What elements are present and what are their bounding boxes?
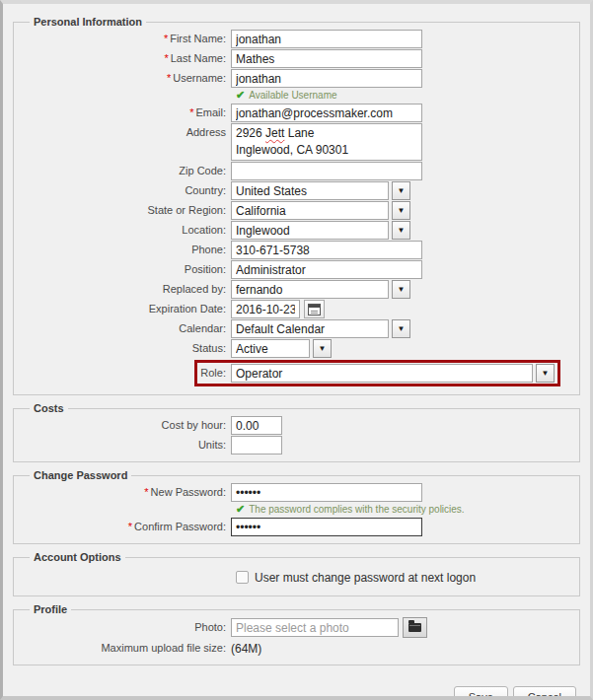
field-row-status: Status: ▼ — [22, 339, 571, 358]
photo-label: Photo: — [22, 618, 231, 637]
units-input[interactable] — [231, 436, 282, 455]
username-availability-hint: ✔ Available Username — [236, 89, 571, 102]
email-input[interactable] — [231, 104, 422, 122]
section-profile: Profile Photo: Maximum upload file size:… — [13, 603, 580, 665]
replaced-by-label: Replaced by: — [22, 280, 231, 299]
section-account-options: Account Options User must change passwor… — [13, 551, 580, 596]
cancel-button[interactable]: Cancel — [513, 686, 576, 700]
address-textarea[interactable]: 2926 Jett LaneInglewood, CA 90301 — [231, 123, 422, 161]
browse-photo-button[interactable] — [403, 617, 427, 638]
role-combobox: ▼ — [231, 364, 555, 383]
max-upload-label: Maximum upload file size: — [22, 639, 231, 658]
first-name-input[interactable] — [231, 30, 422, 48]
section-title: Change Password — [30, 469, 131, 481]
section-personal-information: Personal Information *First Name: *Last … — [13, 16, 580, 395]
field-row-replaced-by: Replaced by: ▼ — [22, 280, 571, 299]
location-combobox: ▼ — [231, 221, 410, 240]
zip-label: Zip Code: — [22, 162, 231, 180]
expiration-date-label: Expiration Date: — [22, 300, 231, 318]
field-row-phone: Phone: — [22, 241, 571, 259]
cost-by-hour-input[interactable] — [231, 416, 282, 435]
confirm-password-label: *Confirm Password: — [22, 518, 231, 536]
role-highlight-box: Role: ▼ — [194, 360, 560, 386]
replaced-by-combobox: ▼ — [231, 280, 410, 299]
photo-input[interactable] — [231, 618, 399, 637]
field-row-units: Units: — [22, 436, 571, 455]
section-costs: Costs Cost by hour: Units: — [13, 402, 580, 462]
action-button-bar: Save Cancel — [13, 686, 576, 700]
state-input[interactable] — [231, 201, 389, 220]
change-password-checkbox[interactable] — [236, 571, 249, 584]
country-input[interactable] — [231, 181, 389, 200]
role-label: Role: — [197, 364, 231, 383]
field-row-location: Location: ▼ — [22, 221, 571, 240]
change-password-checkbox-label: User must change password at next logon — [255, 571, 476, 585]
position-label: Position: — [22, 260, 231, 279]
position-input[interactable] — [231, 260, 422, 279]
field-row-email: *Email: — [22, 104, 571, 122]
location-label: Location: — [22, 221, 231, 240]
last-name-label: *Last Name: — [22, 49, 231, 68]
password-policy-hint: ✔ The password complies with the securit… — [236, 503, 571, 516]
email-label: *Email: — [22, 104, 231, 122]
password-policy-text: The password complies with the security … — [249, 504, 464, 515]
state-label: State or Region: — [22, 201, 231, 220]
chevron-down-icon: ▼ — [398, 325, 406, 333]
field-row-calendar: Calendar: ▼ — [22, 319, 571, 338]
field-row-first-name: *First Name: — [22, 30, 571, 48]
chevron-down-icon: ▼ — [542, 370, 550, 378]
country-dropdown-button[interactable]: ▼ — [392, 181, 410, 200]
location-input[interactable] — [231, 221, 389, 240]
units-label: Units: — [22, 436, 231, 455]
field-row-zip: Zip Code: — [22, 162, 571, 180]
chevron-down-icon: ▼ — [398, 187, 406, 195]
replaced-by-input[interactable] — [231, 280, 389, 299]
calendar-combobox: ▼ — [231, 319, 410, 338]
page-frame: Personal Information *First Name: *Last … — [0, 0, 593, 700]
expiration-date-input[interactable] — [231, 300, 300, 318]
last-name-input[interactable] — [231, 49, 422, 68]
new-password-input[interactable] — [231, 483, 422, 502]
status-input[interactable] — [231, 339, 310, 358]
save-button[interactable]: Save — [454, 686, 508, 700]
check-icon: ✔ — [236, 504, 245, 515]
calendar-dropdown-button[interactable]: ▼ — [392, 319, 410, 338]
zip-input[interactable] — [231, 162, 422, 180]
change-password-checkbox-row: User must change password at next logon — [236, 568, 571, 587]
section-title: Costs — [30, 402, 68, 414]
role-dropdown-button[interactable]: ▼ — [536, 364, 555, 383]
field-row-new-password: *New Password: — [22, 483, 571, 502]
field-row-state: State or Region: ▼ — [22, 201, 571, 220]
state-dropdown-button[interactable]: ▼ — [392, 201, 410, 220]
phone-label: Phone: — [22, 241, 231, 259]
calendar-input[interactable] — [231, 319, 389, 338]
replaced-by-dropdown-button[interactable]: ▼ — [392, 280, 410, 299]
username-input[interactable] — [231, 69, 422, 88]
calendar-icon — [308, 304, 321, 315]
status-label: Status: — [22, 339, 231, 358]
chevron-down-icon: ▼ — [398, 227, 406, 235]
username-hint-text: Available Username — [249, 90, 336, 101]
date-picker-button[interactable] — [304, 300, 325, 318]
cost-by-hour-label: Cost by hour: — [22, 416, 231, 435]
chevron-down-icon: ▼ — [398, 207, 406, 215]
country-combobox: ▼ — [231, 181, 410, 200]
address-line2: Inglewood, CA 90301 — [236, 142, 417, 159]
field-row-cost-by-hour: Cost by hour: — [22, 416, 571, 435]
calendar-label: Calendar: — [22, 319, 231, 338]
state-combobox: ▼ — [231, 201, 410, 220]
field-row-position: Position: — [22, 260, 571, 279]
field-row-last-name: *Last Name: — [22, 49, 571, 68]
status-dropdown-button[interactable]: ▼ — [313, 339, 332, 358]
section-title: Account Options — [30, 551, 125, 563]
field-row-photo: Photo: — [22, 617, 571, 638]
required-asterisk: * — [164, 33, 168, 44]
country-label: Country: — [22, 181, 231, 200]
field-row-max-upload: Maximum upload file size: (64M) — [22, 639, 571, 658]
role-input[interactable] — [231, 364, 533, 383]
confirm-password-input[interactable] — [231, 518, 422, 536]
phone-input[interactable] — [231, 241, 422, 259]
location-dropdown-button[interactable]: ▼ — [392, 221, 410, 240]
required-asterisk: * — [164, 52, 168, 64]
field-row-expiration-date: Expiration Date: — [22, 300, 571, 318]
